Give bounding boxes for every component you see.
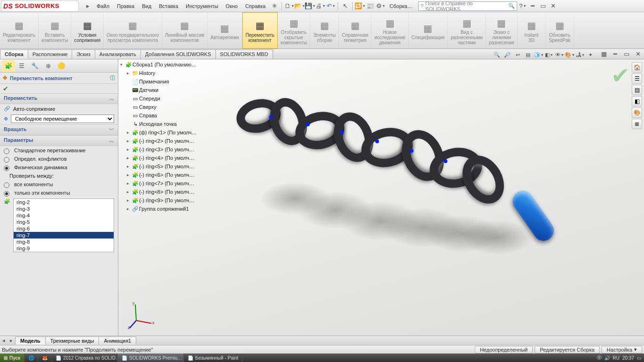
hud-menu-icon[interactable]: ☰ [632,74,642,84]
opt-only-components[interactable]: только эти компоненты [0,189,118,197]
tree-item[interactable]: ▸🔗Группа сопряжений1 [120,205,224,213]
prev-view-icon[interactable]: ↩ [513,50,522,59]
menu-окно[interactable]: Окно [222,0,242,12]
system-tray[interactable]: Ⓢ 🔊 RU 20:37 ▭ [594,354,644,361]
search-go-icon[interactable]: 🔍 [508,3,515,9]
ribbon-переместить[interactable]: ▦Переместитькомпонент [242,12,278,49]
display-style-icon[interactable]: ◧ [544,50,553,59]
tray-fullscreen-icon[interactable]: ▭ [637,355,641,361]
open-file-icon[interactable]: 📂 [294,1,305,11]
tree-item[interactable]: 📟Датчики [120,86,224,94]
pm-tab-display-icon[interactable]: ⊕ [41,60,55,72]
tree-root[interactable]: ▾🧩 Сборка1 (По умолчанию… [120,60,224,69]
quicklaunch-ie-icon[interactable]: 🌐 [25,354,38,362]
quick-undo-icon[interactable]: ▸ [83,1,93,11]
help-search[interactable]: ? Поиск в Справке по SOLIDWORKS 🔍 [418,1,517,11]
hud-list-icon[interactable]: ≣ [632,119,642,129]
task-window[interactable]: 📄SOLIDWORKS Premiu… [118,354,184,362]
tab-добавления-solidworks[interactable]: Добавления SOLIDWORKS [140,49,216,59]
tree-item[interactable]: ▭Сверху [120,103,224,111]
menu-правка[interactable]: Правка [113,0,138,12]
mdi-max-icon[interactable]: ▭ [621,49,632,59]
tab-scroll-left-icon[interactable]: ◂ [0,337,8,344]
status-underdefined[interactable]: Недоопределенный [475,346,533,354]
graphics-viewport[interactable]: ▾🧩 Сборка1 (По умолчанию… ▸📁History📄Прим… [118,59,644,345]
pm-tab-appearance-icon[interactable]: 🟡 [55,60,68,72]
print-icon[interactable]: 🖨 [315,1,325,11]
pm-tab-feature-icon[interactable]: 🧩 [2,60,15,72]
tab-анализировать[interactable]: Анализировать [95,49,141,59]
model-tab-анимация1[interactable]: Анимация1 [99,337,136,345]
maximize-icon[interactable]: ▭ [538,1,548,11]
opt-physical-dynamics[interactable]: Физическая динамика [0,163,118,172]
tree-item[interactable]: ▸🧩(-) ring<4> (По умолч… [120,154,224,162]
list-item[interactable]: ring-4 [14,212,114,219]
mdi-min-icon[interactable]: ━ [610,49,620,59]
tray-skype-icon[interactable]: Ⓢ [597,354,602,361]
tree-item[interactable]: ▭Справа [120,111,224,120]
tray-volume-icon[interactable]: 🔊 [604,355,610,361]
accept-check-icon[interactable]: ✔ [611,62,630,89]
rebuild-icon[interactable]: 🔁 [355,1,365,11]
appearance-icon[interactable]: 🎨 [565,50,574,59]
tree-item[interactable]: ▸🧩(-) ring<2> (По умолч… [120,137,224,145]
menu-вставка[interactable]: Вставка [155,0,182,12]
section-view-icon[interactable]: ▤ [523,50,533,59]
tree-item[interactable]: ▸🧩(-) ring<8> (По умолч… [120,188,224,196]
tab-сборка[interactable]: Сборка [0,49,28,59]
tree-item[interactable]: ▸🧩(-) ring<5> (По умолч… [120,162,224,171]
opt-all-components[interactable]: все компоненты [0,180,118,189]
hud-display-icon[interactable]: ◧ [632,96,642,107]
start-button[interactable]: ⊞Пуск [0,354,25,362]
hud-section-icon[interactable]: ▤ [632,85,642,95]
model-tab-трехмерные виды[interactable]: Трехмерные виды [45,337,99,345]
list-item[interactable]: ring-5 [14,219,114,225]
pm-auto-mate-row[interactable]: 🔗 Авто-сопряжение [0,104,118,113]
pm-section-params[interactable]: Параметры︿ [0,135,118,146]
menu-файл[interactable]: Файл [93,0,113,12]
feature-tree[interactable]: ▾🧩 Сборка1 (По умолчанию… ▸📁History📄Прим… [120,60,224,213]
status-customize[interactable]: Настройка▾ [602,346,642,354]
help-icon[interactable]: ? [517,1,528,11]
quicklaunch-ff-icon[interactable]: 🦊 [38,354,52,362]
tab-solidworks-mbd[interactable]: SOLIDWORKS MBD [215,49,273,59]
new-file-icon[interactable]: 🗋 [284,1,294,11]
menu-вид[interactable]: Вид [138,0,155,12]
save-icon[interactable]: 💾 [305,1,315,11]
opt-standard-drag[interactable]: Стандартное перетаскивание [0,146,118,155]
pin-icon[interactable]: ✳ [269,1,280,11]
tree-item[interactable]: ▸🧩(-) ring<3> (По умолч… [120,145,224,154]
menu-инструменты[interactable]: Инструменты [182,0,222,12]
list-item[interactable]: ring-2 [14,199,114,206]
view-orient-icon[interactable]: 🧊 [534,50,543,59]
component-list[interactable]: ring-2ring-3ring-4ring-5ring-6ring-7ring… [13,198,114,252]
hud-appearance-icon[interactable]: 🎨 [632,107,642,118]
pm-accept-icon[interactable]: ✔ [0,84,118,93]
tree-item[interactable]: ▸🧩(ф) ring<1> (По умолч… [120,128,224,137]
list-item[interactable]: ring-8 [14,239,114,245]
pm-section-rotate[interactable]: Вращать﹀ [0,124,118,135]
settings-icon[interactable]: ⚙ [375,1,386,11]
tree-item[interactable]: 📄Примечания [120,77,224,86]
mdi-tile-icon[interactable]: ▦ [599,49,609,59]
tree-item[interactable]: ▸📁History [120,69,224,77]
zoom-fit-icon[interactable]: 🔍 [492,50,502,59]
hud-home-icon[interactable]: 🏠 [632,62,642,73]
tray-clock[interactable]: 20:37 [622,355,634,361]
minimize-icon[interactable]: ━ [528,1,538,11]
pm-help-icon[interactable]: ⓘ [110,74,115,82]
tree-item[interactable]: ↳Исходная точка [120,120,224,128]
tray-lang[interactable]: RU [613,355,619,361]
list-item[interactable]: ring-9 [14,245,114,252]
task-window[interactable]: 📄Безымянный - Paint [184,354,242,362]
list-item[interactable]: ring-3 [14,206,114,212]
pm-section-move[interactable]: Переместить︿ [0,93,118,104]
tree-item[interactable]: ▸🧩(-) ring<7> (По умолч… [120,179,224,188]
model-tab-модель[interactable]: Модель [15,337,46,345]
list-item[interactable]: ring-6 [14,225,114,232]
tab-эскиз[interactable]: Эскиз [72,49,95,59]
pm-tab-pm-icon[interactable]: ☰ [15,60,28,72]
select-arrow-icon[interactable]: ↖ [340,1,350,11]
scene-icon[interactable]: 🏞 [575,50,585,59]
mdi-close-icon[interactable]: ✕ [633,49,643,59]
